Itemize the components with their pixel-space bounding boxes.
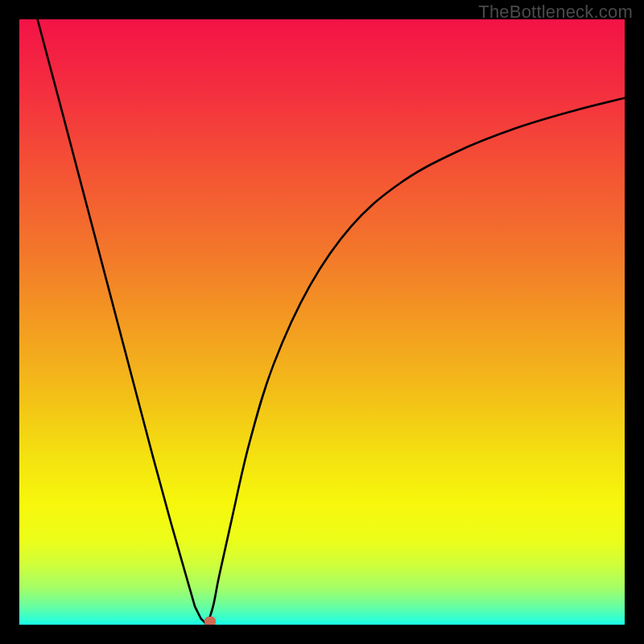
optimal-point-marker — [204, 617, 216, 625]
chart-frame: TheBottleneck.com — [0, 0, 644, 644]
bottleneck-curve — [19, 19, 625, 625]
watermark-text: TheBottleneck.com — [478, 2, 633, 23]
plot-area — [19, 19, 625, 625]
